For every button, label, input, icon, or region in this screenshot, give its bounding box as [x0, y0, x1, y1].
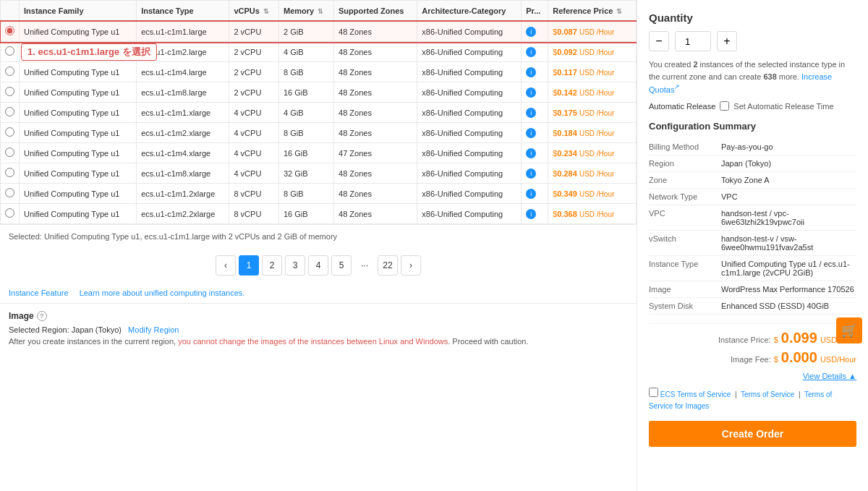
- table-row[interactable]: Unified Computing Type u1ecs.u1-c1m8.xla…: [1, 163, 637, 184]
- price-cell: $0.349 USD /Hour: [548, 184, 637, 204]
- table-row[interactable]: 1. ecs.u1-c1m1.large を選択Unified Computin…: [1, 42, 637, 62]
- instance-select-radio[interactable]: [5, 208, 14, 218]
- page-22-btn[interactable]: 22: [378, 255, 398, 276]
- increase-quotas-link[interactable]: Increase Quotas↗: [649, 72, 832, 94]
- memory-cell: 32 GiB: [278, 163, 333, 184]
- info-icon[interactable]: i: [526, 128, 536, 138]
- config-summary-title: Configuration Summary: [649, 121, 856, 132]
- info-icon[interactable]: i: [526, 67, 536, 77]
- zones-cell: 48 Zones: [334, 82, 417, 103]
- instance-select-radio[interactable]: [5, 26, 14, 35]
- modify-region-link[interactable]: Modify Region: [128, 325, 179, 334]
- reference-price-header[interactable]: Reference Price ⇅: [548, 1, 637, 22]
- learn-more-link[interactable]: Learn more about unified computing insta…: [80, 289, 245, 297]
- instance-select-radio[interactable]: [5, 127, 14, 137]
- table-row[interactable]: Unified Computing Type u1ecs.u1-c1m2.2xl…: [1, 204, 637, 224]
- table-row[interactable]: Unified Computing Type u1ecs.u1-c1m8.lar…: [1, 82, 637, 103]
- instance-type-header: Instance Type: [137, 1, 229, 22]
- table-row[interactable]: Unified Computing Type u1ecs.u1-c1m1.2xl…: [1, 184, 637, 204]
- table-row[interactable]: Unified Computing Type u1ecs.u1-c1m2.xla…: [1, 123, 637, 143]
- prev-page-btn[interactable]: ‹: [216, 255, 236, 276]
- arch-cell: x86-Unified Computing: [417, 184, 522, 204]
- quantity-input[interactable]: [675, 31, 711, 51]
- instance-select-radio[interactable]: [5, 46, 14, 56]
- page-2-btn[interactable]: 2: [262, 255, 282, 276]
- instance-family-header: Instance Family: [20, 1, 137, 22]
- table-row[interactable]: Unified Computing Type u1ecs.u1-c1m1.lar…: [1, 22, 637, 42]
- pagination-bar: ‹ 1 2 3 4 5 ··· 22 ›: [0, 248, 637, 283]
- page-4-btn[interactable]: 4: [308, 255, 328, 276]
- auto-release-row: Automatic Release Set Automatic Release …: [649, 101, 856, 111]
- family-cell: Unified Computing Type u1: [20, 82, 137, 103]
- memory-cell: 16 GiB: [278, 204, 333, 224]
- system-disk-row: System Disk Enhanced SSD (ESSD) 40GiB: [649, 298, 856, 315]
- terms-of-service-link[interactable]: Terms of Service: [741, 390, 794, 398]
- warning-link[interactable]: you cannot change the images of the inst…: [178, 337, 448, 346]
- memory-cell: 8 GiB: [278, 62, 333, 82]
- create-order-btn[interactable]: Create Order: [649, 421, 856, 447]
- ecs-terms-checkbox[interactable]: [649, 388, 658, 397]
- info-icon[interactable]: i: [526, 87, 536, 98]
- image-help-icon[interactable]: ?: [37, 311, 47, 321]
- vcpu-cell: 4 vCPU: [229, 123, 279, 143]
- auto-release-checkbox[interactable]: [720, 101, 729, 111]
- billing-method-row: Billing Method Pay-as-you-go: [649, 139, 856, 155]
- info-icon[interactable]: i: [526, 189, 536, 199]
- view-details-link[interactable]: View Details ▲: [649, 369, 856, 383]
- instance-price-label: Instance Price:: [718, 336, 771, 344]
- info-icon[interactable]: i: [526, 108, 536, 118]
- instance-select-radio[interactable]: [5, 168, 14, 177]
- arch-cell: x86-Unified Computing: [417, 204, 522, 224]
- quantity-heading: Quantity: [649, 12, 856, 24]
- quantity-increment-btn[interactable]: +: [717, 31, 737, 51]
- quantity-decrement-btn[interactable]: −: [649, 31, 669, 51]
- region-line: Selected Region: Japan (Tokyo) Modify Re…: [9, 325, 628, 334]
- zones-cell: 48 Zones: [334, 163, 417, 184]
- region-value: Japan (Tokyo): [72, 325, 122, 334]
- memory-header[interactable]: Memory ⇅: [278, 1, 333, 22]
- price-cell: $0.142 USD /Hour: [548, 82, 637, 103]
- info-icon[interactable]: i: [526, 168, 536, 179]
- vcpus-header[interactable]: vCPUs ⇅: [229, 1, 279, 22]
- cart-icon[interactable]: 🛒: [836, 317, 862, 343]
- arch-cell: x86-Unified Computing: [417, 62, 522, 82]
- table-row[interactable]: Unified Computing Type u1ecs.u1-c1m4.xla…: [1, 143, 637, 163]
- info-cell: i: [522, 82, 548, 103]
- vpc-row: VPC handson-test / vpc-6we63lzhi2k19vpwc…: [649, 205, 856, 231]
- info-cell: i: [522, 184, 548, 204]
- page-1-btn[interactable]: 1: [239, 255, 259, 276]
- instance-feature-link[interactable]: Instance Feature: [9, 289, 69, 297]
- vswitch-label: vSwitch: [649, 234, 721, 252]
- zones-cell: 48 Zones: [334, 204, 417, 224]
- info-icon[interactable]: i: [526, 47, 536, 57]
- info-icon[interactable]: i: [526, 148, 536, 158]
- instance-type-config-label: Instance Type: [649, 260, 721, 277]
- info-icon[interactable]: i: [526, 209, 536, 219]
- page-ellipsis-btn[interactable]: ···: [354, 255, 375, 276]
- ecs-terms-link[interactable]: ECS Terms of Service: [660, 390, 731, 398]
- table-row[interactable]: Unified Computing Type u1ecs.u1-c1m4.lar…: [1, 62, 637, 82]
- table-row[interactable]: Unified Computing Type u1ecs.u1-c1m1.xla…: [1, 103, 637, 123]
- vswitch-value: handson-test-v / vsw-6wee0hwmu191fvav2a5…: [721, 234, 856, 252]
- instance-select-radio[interactable]: [5, 107, 14, 116]
- next-page-btn[interactable]: ›: [401, 255, 421, 276]
- arch-cell: x86-Unified Computing: [417, 42, 522, 62]
- system-disk-value: Enhanced SSD (ESSD) 40GiB: [721, 302, 856, 310]
- supported-zones-header: Supported Zones: [334, 1, 417, 22]
- instance-select-radio[interactable]: [5, 67, 14, 76]
- instance-select-radio[interactable]: [5, 87, 14, 96]
- image-warning: After you create instances in the curren…: [9, 337, 628, 346]
- info-icon[interactable]: i: [526, 27, 536, 37]
- instance-select-radio[interactable]: [5, 188, 14, 197]
- zones-cell: 47 Zones: [334, 143, 417, 163]
- zones-cell: 48 Zones: [334, 184, 417, 204]
- instance-select-radio[interactable]: [5, 148, 14, 157]
- page-5-btn[interactable]: 5: [331, 255, 352, 276]
- memory-sort-icon: ⇅: [318, 8, 323, 15]
- family-cell: Unified Computing Type u1: [20, 143, 137, 163]
- info-cell: i: [522, 123, 548, 143]
- page-3-btn[interactable]: 3: [285, 255, 305, 276]
- type-cell: ecs.u1-c1m2.2xlarge: [137, 204, 229, 224]
- image-section-label: Image: [9, 311, 34, 321]
- system-disk-label: System Disk: [649, 302, 721, 310]
